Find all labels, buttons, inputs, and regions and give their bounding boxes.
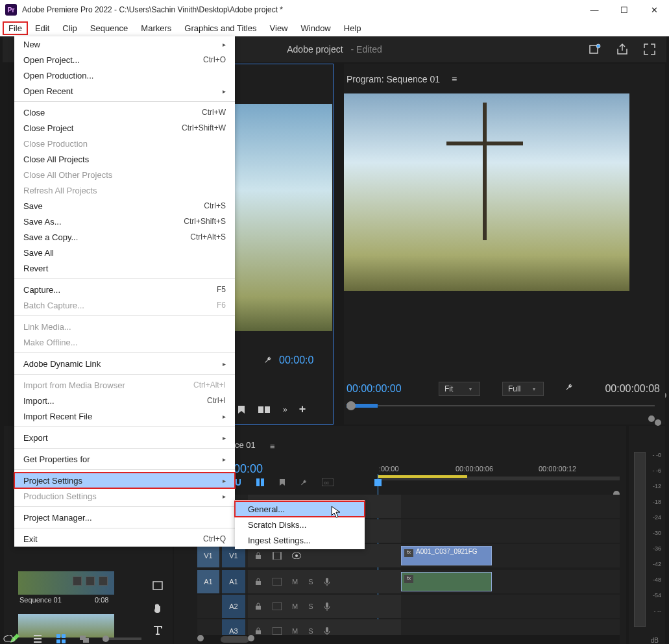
solo-button[interactable]: S (308, 602, 313, 610)
linked-selection-icon[interactable] (256, 478, 265, 487)
minimize-button[interactable]: — (579, 0, 609, 19)
menu-clip[interactable]: Clip (56, 21, 82, 35)
wrench-icon[interactable] (263, 354, 274, 367)
sequence-name[interactable]: Sequence 01 (19, 596, 62, 604)
mic-icon[interactable] (324, 602, 330, 611)
mute-button[interactable]: M (292, 627, 298, 635)
zoom-knob-right[interactable] (648, 415, 655, 422)
wrench-icon[interactable] (300, 478, 309, 487)
file-menu-item[interactable]: Close All Projects (14, 151, 235, 167)
file-menu-item[interactable]: Export▸ (14, 430, 235, 445)
submenu-item[interactable]: Scratch Disks... (235, 517, 365, 532)
video-clip[interactable]: fxA001_C037_0921FG (401, 546, 492, 565)
zoom-dropdown[interactable]: Fit▾ (439, 382, 480, 396)
menu-sequence[interactable]: Sequence (84, 21, 134, 35)
timeline-ruler[interactable]: :00:00 00:00:00:06 00:00:00:12 (378, 465, 620, 482)
menu-edit[interactable]: Edit (29, 21, 55, 35)
fullscreen-icon[interactable] (643, 43, 656, 56)
submenu-item[interactable]: Ingest Settings... (235, 532, 365, 548)
file-menu-item[interactable]: CloseCtrl+W (14, 105, 235, 120)
quick-export-icon[interactable] (589, 43, 602, 56)
scroll-thumb[interactable] (221, 636, 249, 643)
scroll-knob-left[interactable] (197, 635, 204, 641)
file-menu-item[interactable]: Open Production... (14, 68, 235, 83)
solo-button[interactable]: S (308, 627, 313, 635)
source-timecode[interactable]: 00:00:0 (279, 354, 313, 366)
mute-button[interactable]: M (292, 602, 298, 610)
maximize-button[interactable]: ☐ (609, 0, 639, 19)
close-button[interactable]: ✕ (639, 0, 669, 19)
scroll-knob-right[interactable] (248, 635, 254, 641)
track-label-a1[interactable]: A1 (222, 570, 245, 593)
file-menu-item[interactable]: Project Settings▸ (14, 473, 235, 488)
file-menu-item[interactable]: Save All (14, 245, 235, 260)
file-menu-item[interactable]: Close ProjectCtrl+Shift+W (14, 120, 235, 136)
file-menu-item[interactable]: Open Project...Ctrl+O (14, 52, 235, 68)
menu-graphics[interactable]: Graphics and Titles (178, 21, 262, 35)
marker-icon[interactable] (236, 404, 247, 415)
timeline-scrollbar[interactable] (197, 635, 620, 644)
panel-menu-icon[interactable]: ≡ (270, 441, 275, 451)
thumb-zoom-slider[interactable] (103, 638, 141, 640)
sync-lock-icon[interactable] (273, 552, 282, 560)
sync-lock-icon[interactable] (273, 627, 282, 635)
mic-icon[interactable] (324, 577, 330, 586)
file-menu-item[interactable]: SaveCtrl+S (14, 198, 235, 214)
mute-button[interactable]: M (292, 578, 298, 586)
work-area[interactable] (378, 475, 467, 478)
panel-menu-icon[interactable]: ≡ (452, 74, 457, 84)
program-zoom-knob[interactable] (655, 419, 661, 426)
file-menu-item[interactable]: ExitCtrl+Q (14, 531, 235, 547)
icon-view-icon[interactable] (56, 634, 66, 644)
sync-lock-icon[interactable] (273, 602, 282, 610)
audio-clip[interactable]: fx (401, 572, 492, 591)
plus-icon[interactable]: + (299, 402, 306, 416)
list-view-icon[interactable] (32, 634, 43, 644)
file-menu-item[interactable]: Get Properties for▸ (14, 451, 235, 467)
share-icon[interactable] (616, 43, 629, 56)
type-tool-icon[interactable] (152, 625, 164, 636)
wrench-icon[interactable] (565, 382, 575, 395)
menu-file[interactable]: File (3, 21, 28, 35)
menu-view[interactable]: View (264, 21, 294, 35)
timeline-timecode[interactable]: 00:00 (234, 462, 263, 476)
mic-icon[interactable] (324, 626, 330, 636)
quality-dropdown[interactable]: Full▾ (502, 382, 544, 396)
creative-cloud-icon[interactable] (3, 635, 16, 643)
file-menu-item[interactable]: Revert (14, 260, 235, 276)
freeform-view-icon[interactable] (79, 634, 90, 644)
track-label-a2[interactable]: A2 (222, 595, 245, 618)
eye-icon[interactable] (292, 552, 301, 559)
menu-window[interactable]: Window (295, 21, 337, 35)
sync-lock-icon[interactable] (273, 578, 282, 586)
program-timecode-left[interactable]: 00:00:00:00 (347, 383, 402, 395)
submenu-item[interactable]: General... (235, 501, 365, 517)
file-menu-item[interactable]: New▸ (14, 36, 235, 52)
lock-icon[interactable] (254, 627, 262, 635)
chevron-right-icon[interactable]: » (283, 405, 287, 414)
source-patch-v1[interactable]: V1 (197, 544, 219, 567)
snap-icon[interactable] (234, 478, 243, 487)
lock-icon[interactable] (254, 552, 262, 560)
menu-markers[interactable]: Markers (135, 21, 177, 35)
lock-icon[interactable] (254, 602, 262, 610)
menu-help[interactable]: Help (338, 21, 367, 35)
insert-icon[interactable] (258, 405, 271, 414)
program-scrubber[interactable] (347, 401, 655, 410)
scrub-playhead[interactable] (347, 401, 356, 410)
file-menu-item[interactable]: Project Manager... (14, 510, 235, 525)
file-menu-item[interactable]: Import Recent File▸ (14, 408, 235, 424)
file-menu-item[interactable]: Save a Copy...Ctrl+Alt+S (14, 229, 235, 245)
file-menu-item[interactable]: Save As...Ctrl+Shift+S (14, 214, 235, 229)
source-patch-a1[interactable]: A1 (197, 570, 219, 593)
file-menu-item[interactable]: Open Recent▸ (14, 83, 235, 99)
lock-icon[interactable] (254, 578, 262, 586)
file-menu-item[interactable]: Adobe Dynamic Link▸ (14, 356, 235, 371)
hand-tool-icon[interactable] (152, 602, 164, 614)
file-menu-item[interactable]: Capture...F5 (14, 282, 235, 297)
timeline-tab[interactable]: ce 01 (235, 440, 256, 450)
file-menu-item[interactable]: Import...Ctrl+I (14, 393, 235, 408)
caption-icon[interactable]: cc (322, 478, 334, 486)
rectangle-tool-icon[interactable] (152, 580, 164, 592)
solo-button[interactable]: S (308, 578, 313, 586)
